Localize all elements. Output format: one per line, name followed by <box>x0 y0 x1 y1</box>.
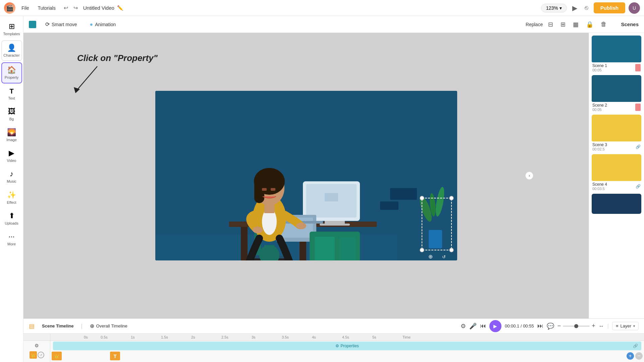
publish-button[interactable]: Publish <box>594 2 625 13</box>
scene-name-1: Scene 1 <box>592 63 607 68</box>
scene-item-5[interactable] <box>592 194 641 214</box>
scene-thumb-4 <box>592 154 641 181</box>
expand-sidebar-button[interactable]: › <box>525 172 533 180</box>
sidebar-item-more[interactable]: ··· More <box>1 230 22 249</box>
zoom-control[interactable]: 123% ▾ <box>541 4 567 12</box>
sidebar-item-image[interactable]: 🌄 Image <box>1 125 22 145</box>
sidebar-item-uploads[interactable]: ⬆ Uploads <box>1 209 22 228</box>
scene-thumb-2 <box>592 75 641 102</box>
topbar: 🎬 File Tutorials ↩ ↪ Untitled Video ✏️ 1… <box>0 0 644 16</box>
play-button[interactable]: ▶ <box>489 320 501 332</box>
settings-button[interactable]: ⚙ <box>461 322 466 330</box>
svg-point-30 <box>449 248 453 252</box>
canvas-container: Click on "Property" <box>23 33 589 318</box>
sidebar-item-templates[interactable]: ⊞ Templates <box>1 19 22 39</box>
scene-lock-icon-4: 🔗 <box>636 184 641 189</box>
canvas[interactable]: ⊕ ↺ <box>155 91 457 260</box>
split-view-button[interactable]: ⊟ <box>546 19 555 29</box>
overall-timeline-icon: ⊕ <box>90 323 94 329</box>
share-button[interactable]: ⎋ <box>583 3 590 13</box>
scene-badge-1 <box>635 64 641 71</box>
color-box[interactable] <box>29 21 36 28</box>
ruler-mark-35s: 3.5s <box>282 335 312 339</box>
svg-point-28 <box>449 196 453 200</box>
total-time: 00:55 <box>523 323 534 328</box>
timeline-body: ⚙ 👑 ↺ 0s 0.5s 1s <box>23 334 644 362</box>
scene-item-1[interactable]: Scene 1 00:05 <box>592 36 641 73</box>
menu-file[interactable]: File <box>19 4 32 12</box>
effect-icon: ✨ <box>7 191 16 199</box>
skip-forward-button[interactable]: ⏭ <box>537 322 543 329</box>
crown-icon: 👑 <box>31 353 36 357</box>
scene-info-2: Scene 2 00:05 <box>592 102 641 113</box>
svg-rect-43 <box>262 188 267 191</box>
ruler-mark-05s: 0.5s <box>101 335 131 339</box>
menu-tutorials[interactable]: Tutorials <box>35 4 58 12</box>
captions-button[interactable]: 💬 <box>547 322 554 330</box>
char-circle-icon: ↺ <box>38 352 44 358</box>
undo-button[interactable]: ↩ <box>62 3 70 12</box>
scene-item-4[interactable]: Scene 4 00:03.5 🔗 <box>592 154 641 192</box>
sidebar-item-effect[interactable]: ✨ Effect <box>1 188 22 207</box>
track-gear-icon: ⚙ <box>35 343 39 348</box>
zoom-plus-icon[interactable]: + <box>592 322 595 329</box>
sidebar-item-video[interactable]: ▶ Video <box>1 146 22 166</box>
layer-select[interactable]: ≡ Layer ▾ <box>612 322 639 330</box>
scene-item-3[interactable]: Scene 3 00:02.5 🔗 <box>592 115 641 152</box>
sidebar-item-music[interactable]: ♪ Music <box>1 167 22 186</box>
properties-track-label: Properties <box>340 344 359 348</box>
track-add-button[interactable]: + <box>627 352 634 360</box>
user-avatar[interactable]: U <box>629 2 640 14</box>
sidebar-item-label-more: More <box>7 242 16 246</box>
scene-name-4: Scene 4 <box>592 182 607 187</box>
scene-item-2[interactable]: Scene 2 00:05 <box>592 75 641 113</box>
zoom-minus-icon[interactable]: − <box>557 322 561 329</box>
animation-button[interactable]: ● Animation <box>86 19 119 29</box>
layout-button[interactable]: ▦ <box>571 19 581 29</box>
overall-timeline-tab[interactable]: ⊕ Overall Timeline <box>87 321 130 330</box>
grid-button[interactable]: ⊞ <box>558 19 568 29</box>
mic-button[interactable]: 🎤 <box>469 322 477 330</box>
smart-move-button[interactable]: ⟳ Smart move <box>42 19 80 29</box>
svg-rect-44 <box>271 188 275 191</box>
time-display: 00:00.1 / 00:55 <box>505 323 534 328</box>
properties-track[interactable]: ⚙ Properties 🔗 <box>53 342 641 350</box>
skip-back-button[interactable]: ⏮ <box>480 322 486 329</box>
bg-icon: 🖼 <box>8 107 15 116</box>
video-icon: ▶ <box>9 149 14 158</box>
t-track-block: T <box>110 352 120 360</box>
zoom-expand-icon[interactable]: ↔ <box>599 323 604 329</box>
svg-rect-45 <box>264 203 274 213</box>
sidebar-item-label-music: Music <box>7 179 16 184</box>
lock-button[interactable]: 🔒 <box>584 19 595 29</box>
preview-play-button[interactable]: ▶ <box>570 3 579 13</box>
svg-rect-25 <box>429 230 442 248</box>
property-icon: 🏠 <box>7 66 16 74</box>
svg-rect-42 <box>254 180 264 203</box>
scene-info-1: Scene 1 00:05 <box>592 62 641 73</box>
track-remove-button[interactable]: − <box>635 352 643 360</box>
sidebar-item-text[interactable]: T Text <box>1 85 22 103</box>
main-layout: ⊞ Templates 👤 Character 🏠 Property T Tex… <box>0 16 644 362</box>
top-right-actions: 123% ▾ ▶ ⎋ Publish U <box>541 2 640 14</box>
animation-label: Animation <box>95 22 116 27</box>
zoom-slider[interactable] <box>563 325 590 327</box>
sidebar-item-label-text: Text <box>8 96 15 101</box>
track-link-icon: 🔗 <box>633 344 638 348</box>
video-title[interactable]: Untitled Video <box>83 5 114 11</box>
sidebar-item-property[interactable]: 🏠 Property <box>1 62 22 83</box>
scenes-panel: Scene 1 00:05 Scene 2 00:05 <box>589 33 644 318</box>
svg-point-47 <box>296 223 306 229</box>
replace-label: Replace <box>526 22 543 27</box>
edit-title-icon[interactable]: ✏️ <box>117 5 123 11</box>
sidebar-item-character[interactable]: 👤 Character <box>1 40 22 61</box>
svg-rect-10 <box>320 224 350 226</box>
sidebar-item-bg[interactable]: 🖼 Bg <box>1 105 22 124</box>
zoom-slider-thumb[interactable] <box>574 324 578 328</box>
delete-button[interactable]: 🗑 <box>599 19 609 29</box>
redo-button[interactable]: ↪ <box>71 3 80 12</box>
overall-timeline-label: Overall Timeline <box>96 323 127 328</box>
ruler-mark-25s: 2.5s <box>221 335 252 339</box>
scene-timeline-tab[interactable]: Scene Timeline <box>39 322 76 330</box>
crown-track-icon: 👑 <box>54 354 59 358</box>
